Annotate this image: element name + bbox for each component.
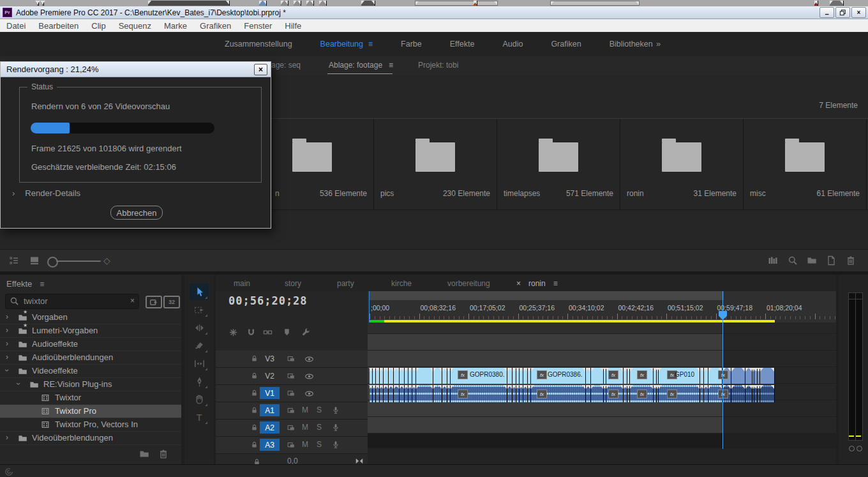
track-target-V1[interactable]: V1 [260,387,280,399]
thumbnail-zoom-slider[interactable] [47,257,58,268]
video-clip-band[interactable]: fxfxfxfxfxfxGOPR0380.GOPR0386.GP010 [370,368,775,384]
sequence-tab-vorbereitung[interactable]: vorbereitung [447,279,490,288]
effects-tree-item[interactable]: ›Videoüberblendungen [0,432,181,445]
effects-tree-item[interactable]: ›Videoeffekte [0,365,181,378]
new-custom-bin-icon[interactable] [139,449,149,459]
track-target-A1[interactable]: A1 [260,404,280,416]
clear-search-icon[interactable]: × [130,296,135,305]
linked-selection-icon[interactable] [263,328,273,337]
workspace-tab-grafiken[interactable]: Grafiken [537,40,595,49]
chevron-right-icon[interactable]: › [6,312,8,321]
effects-tree-item[interactable]: Twixtor Pro, Vectors In [0,418,181,432]
audio-clip[interactable] [507,385,513,402]
audio-clip[interactable] [416,385,433,402]
chevron-right-icon[interactable]: › [6,433,8,442]
selection-tool[interactable] [190,284,209,300]
audio-clip[interactable] [760,385,775,402]
voiceover-record-icon[interactable] [331,423,340,432]
snap-icon[interactable] [246,328,256,337]
automate-to-sequence-icon[interactable] [768,255,778,266]
video-clip[interactable] [394,368,400,384]
lock-track-icon[interactable] [250,372,258,380]
menu-clip[interactable]: Clip [85,21,112,31]
audio-clip[interactable] [400,385,405,402]
thumbnail-zoom-track[interactable] [56,261,101,262]
sync-lock-icon[interactable] [287,389,296,398]
workspace-tab-farbe[interactable]: Farbe [387,40,436,49]
workspace-tab-zusammenstellung[interactable]: Zusammenstellung [211,40,306,49]
folder-item[interactable]: pics230 Elemente [374,119,497,209]
lane-V3[interactable] [368,334,836,351]
video-clip[interactable] [400,368,405,384]
sync-lock-icon[interactable] [287,372,296,381]
project-tab-2[interactable]: Ablage: footage≡ [329,61,393,70]
fx-badge-icon[interactable]: fx [458,390,468,398]
accelerated-effects-badge-icon[interactable] [146,296,162,308]
toggle-track-output-icon[interactable] [304,389,314,398]
dialog-close-button[interactable]: × [254,64,267,75]
pen-tool[interactable] [190,373,209,390]
new-item-icon[interactable] [826,255,836,266]
track-target-A2[interactable]: A2 [260,421,280,434]
effects-tree-item[interactable]: ›RE:Vision Plug-ins [0,378,181,391]
sync-lock-icon[interactable] [287,423,296,432]
track-target-V2[interactable]: V2 [260,370,280,382]
track-target-A3[interactable]: A3 [260,439,280,451]
video-clip[interactable] [731,368,745,384]
nest-sequences-icon[interactable] [228,328,238,337]
find-icon[interactable] [788,255,798,266]
dialog-titlebar[interactable]: Rendervorgang : 21,24% × [1,62,271,77]
audio-clip[interactable] [384,385,389,402]
mute-track-button[interactable]: M [302,423,308,432]
video-clip[interactable] [591,368,604,384]
video-clip[interactable] [389,368,394,384]
voiceover-record-icon[interactable] [331,405,340,414]
work-area-bar[interactable] [368,291,836,300]
delete-custom-item-icon[interactable] [158,449,168,459]
sequence-tab-main[interactable]: main [234,279,250,288]
audio-clip[interactable] [433,385,442,402]
sequence-tab-party[interactable]: party [337,279,354,288]
chevron-right-icon[interactable]: › [6,352,8,361]
menu-bearbeiten[interactable]: Bearbeiten [32,21,85,31]
hand-tool[interactable] [190,391,209,407]
fx-badge-icon[interactable]: fx [608,370,618,379]
add-marker-icon[interactable] [282,328,292,337]
menu-grafiken[interactable]: Grafiken [193,21,237,31]
project-tab-3[interactable]: Projekt: tobi [418,61,458,70]
workspace-tab-bearbeitung[interactable]: Bearbeitung≡ [306,40,387,49]
cancel-button[interactable]: Abbrechen [110,206,163,220]
menu-hilfe[interactable]: Hilfe [278,21,308,31]
fx-badge-icon[interactable]: fx [718,390,728,398]
solo-track-button[interactable]: S [317,405,322,414]
workspace-tab-effekte[interactable]: Effekte [436,40,489,49]
fx-badge-icon[interactable]: fx [667,390,677,398]
mute-track-button[interactable]: M [302,440,308,449]
panel-menu-icon[interactable]: ≡ [40,280,44,289]
clear-icon[interactable] [846,255,856,266]
sync-lock-icon[interactable] [287,406,296,415]
solo-track-button[interactable]: S [317,440,322,449]
project-tab-1[interactable]: age: seq [271,61,301,70]
menu-marke[interactable]: Marke [158,21,193,31]
sequence-tab-story[interactable]: story [285,279,301,288]
lane-V2[interactable] [368,351,836,367]
close-button[interactable]: × [851,7,866,18]
fx-badge-icon[interactable]: fx [608,390,618,398]
chevron-down-icon[interactable]: › [14,382,23,385]
audio-clip[interactable] [704,385,708,402]
chevron-right-icon[interactable]: › [6,339,8,348]
lock-track-icon[interactable] [250,441,258,449]
effects-tree-item[interactable]: ›★Lumetri-Vorgaben [0,324,181,338]
32bit-effects-badge[interactable]: 32 [163,296,180,308]
fx-badge-icon[interactable]: fx [718,370,728,379]
lane-A3[interactable] [368,417,836,434]
video-clip[interactable] [704,368,708,384]
icon-view-icon[interactable] [29,255,40,266]
search-input[interactable] [22,296,121,307]
mute-track-button[interactable]: M [302,405,308,414]
sequence-tab-ronin[interactable]: ×ronin≡ [516,279,558,288]
audio-clip[interactable] [394,385,400,402]
fx-badge-icon[interactable]: fx [458,370,468,379]
workspace-tab-audio[interactable]: Audio [488,40,537,49]
